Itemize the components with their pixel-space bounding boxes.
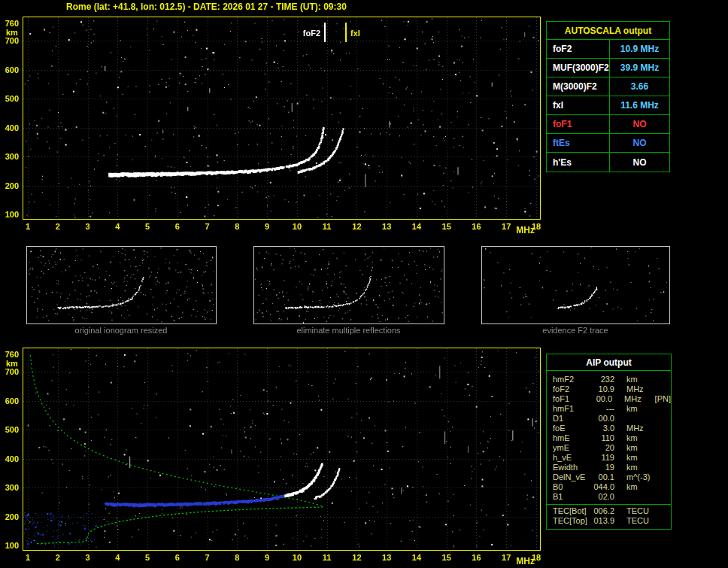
parameter-unit: m^(-3)	[626, 472, 657, 482]
thumbnail-evidence-f2-trace	[481, 246, 669, 323]
aip-table-body: hmF2232kmfoF210.9MHzfoF100.0MHz[PN]hmF1-…	[547, 371, 671, 529]
thumbnail-caption-eliminate: eliminate multiple reflections	[253, 326, 444, 335]
parameter-unit: MHz	[626, 384, 657, 394]
autoscala-row-hes: h'EsNO	[547, 153, 669, 172]
parameter-unit: km	[626, 443, 657, 453]
parameter-label: foF1	[547, 115, 610, 133]
aip-row-tecbot: TEC[Bot]006.2TECU	[547, 506, 671, 516]
parameter-label: foF2	[547, 40, 610, 58]
aip-tec-divider	[547, 504, 671, 505]
aip-row-hme: hmE110km	[547, 433, 671, 443]
parameter-name: h_vE	[553, 453, 592, 463]
parameter-name: B0	[553, 482, 592, 492]
parameter-value: 10.9	[592, 384, 614, 394]
parameter-name: hmF2	[553, 375, 592, 384]
parameter-value: 19	[592, 463, 614, 472]
parameter-value: 00.0	[592, 414, 614, 424]
aip-row-d1: D100.0	[547, 414, 671, 424]
autoscala-table-header: AUTOSCALA output	[547, 22, 669, 40]
autoscala-row-m3000f2: M(3000)F23.66	[547, 77, 669, 96]
autoscala-table-body: foF210.9 MHzMUF(3000)F239.9 MHzM(3000)F2…	[547, 40, 669, 172]
autoscala-row-fof2: foF210.9 MHz	[547, 40, 669, 59]
parameter-value: 006.2	[592, 506, 614, 516]
thumbnail-caption-evidence: evidence F2 trace	[481, 326, 669, 335]
parameter-value: 10.9 MHz	[610, 40, 669, 58]
aip-row-yme: ymE20km	[547, 443, 671, 453]
parameter-value: ---	[592, 404, 614, 414]
parameter-name: DelN_vE	[553, 472, 592, 482]
parameter-label: h'Es	[547, 153, 610, 172]
aip-row-delnve: DelN_vE00.1m^(-3)	[547, 472, 671, 482]
aip-row-b0: B0044.0km	[547, 482, 671, 492]
aip-row-tectop: TEC[Top]013.9TECU	[547, 516, 671, 526]
parameter-unit	[626, 414, 657, 424]
profile-ionogram-plot	[23, 348, 541, 551]
parameter-value: 232	[592, 375, 614, 384]
parameter-unit: TECU	[626, 516, 657, 526]
parameter-unit: km	[626, 453, 657, 463]
aip-row-foe: foE3.0MHz	[547, 424, 671, 433]
autoscala-output-table: AUTOSCALA output foF210.9 MHzMUF(3000)F2…	[546, 21, 670, 172]
parameter-label: MUF(3000)F2	[547, 59, 610, 77]
parameter-value: 00.1	[592, 472, 614, 482]
parameter-name: hmE	[553, 433, 592, 443]
thumbnail-eliminate-reflections	[253, 246, 444, 323]
parameter-name: TEC[Top]	[553, 516, 592, 526]
autoscala-row-fxi: fxI11.6 MHz	[547, 96, 669, 115]
parameter-value: 02.0	[592, 492, 614, 502]
parameter-unit: MHz	[624, 394, 654, 404]
parameter-unit: km	[626, 404, 657, 414]
parameter-name: D1	[553, 414, 592, 424]
thumbnail-original-ionogram	[26, 246, 216, 323]
autoscala-row-fof1: foF1NO	[547, 115, 669, 134]
aip-table-header: AIP output	[547, 354, 671, 371]
parameter-value: NO	[610, 153, 669, 172]
aip-row-fof2: foF210.9MHz	[547, 384, 671, 394]
parameter-name: Ewidth	[553, 463, 592, 472]
parameter-value: 20	[592, 443, 614, 453]
parameter-value: 11.6 MHz	[610, 96, 669, 114]
main-ionogram-plot	[23, 17, 541, 220]
parameter-value: 3.0	[592, 424, 614, 433]
parameter-label: fxI	[547, 96, 610, 114]
parameter-value: 110	[592, 433, 614, 443]
parameter-value: NO	[610, 115, 669, 133]
parameter-label: M(3000)F2	[547, 77, 610, 96]
autoscala-row-muf3000f2: MUF(3000)F239.9 MHz	[547, 59, 669, 77]
parameter-unit: km	[626, 482, 657, 492]
parameter-value: 044.0	[592, 482, 614, 492]
parameter-name: ymE	[553, 443, 592, 453]
parameter-name: foF2	[553, 384, 592, 394]
aip-row-b1: B102.0	[547, 492, 671, 502]
parameter-name: foF1	[553, 394, 590, 404]
aip-row-hmf1: hmF1---km	[547, 404, 671, 414]
parameter-value: 3.66	[610, 77, 669, 96]
parameter-name: B1	[553, 492, 592, 502]
parameter-unit: km	[626, 463, 657, 472]
parameter-unit: TECU	[626, 506, 657, 516]
station-title: Rome (lat: +41.8, lon: 012.5) - DATE: 20…	[66, 2, 347, 12]
parameter-name: foE	[553, 424, 592, 433]
aip-row-hve: h_vE119km	[547, 453, 671, 463]
parameter-value: 013.9	[592, 516, 614, 526]
parameter-unit	[626, 492, 657, 502]
parameter-label: ftEs	[547, 134, 610, 152]
aip-row-ewidth: Ewidth19km	[547, 463, 671, 472]
parameter-flag: [PN]	[655, 394, 671, 404]
parameter-name: hmF1	[553, 404, 592, 414]
parameter-value: NO	[610, 134, 669, 152]
thumbnail-caption-original: original ionogram resized	[26, 326, 216, 335]
aip-output-table: AIP output hmF2232kmfoF210.9MHzfoF100.0M…	[546, 354, 672, 530]
parameter-value: 39.9 MHz	[610, 59, 669, 77]
aip-row-fof1: foF100.0MHz[PN]	[547, 394, 671, 404]
parameter-unit: km	[626, 433, 657, 443]
aip-row-hmf2: hmF2232km	[547, 375, 671, 384]
autoscala-row-ftes: ftEsNO	[547, 134, 669, 153]
parameter-unit: MHz	[626, 424, 657, 433]
parameter-value: 00.0	[590, 394, 612, 404]
parameter-name: TEC[Bot]	[553, 506, 592, 516]
parameter-value: 119	[592, 453, 614, 463]
parameter-unit: km	[626, 375, 657, 384]
